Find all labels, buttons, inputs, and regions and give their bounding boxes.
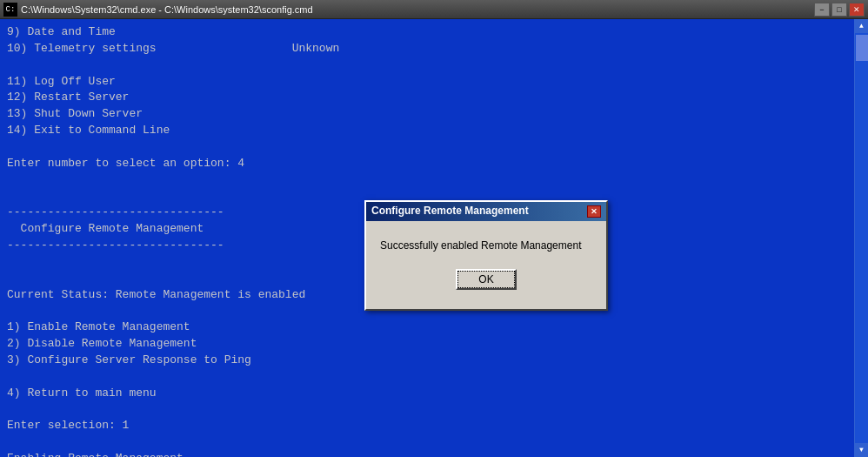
cmd-line: Enter selection: 1 [7,418,845,434]
scroll-up-arrow[interactable]: ▲ [855,19,869,33]
title-bar-left: C: C:\Windows\System32\cmd.exe - C:\Wind… [3,3,313,17]
cmd-line [7,369,845,386]
title-bar-buttons: − □ ✕ [814,3,865,17]
close-button[interactable]: ✕ [849,3,865,17]
cmd-area: 9) Date and Time10) Telemetry settings U… [0,19,868,457]
dialog-close-button[interactable]: ✕ [587,205,601,218]
cmd-line [7,57,845,74]
title-bar-text: C:\Windows\System32\cmd.exe - C:\Windows… [21,4,313,15]
cmd-line: 2) Disable Remote Management [7,336,845,353]
cmd-line [7,172,845,189]
dialog-title-bar: Configure Remote Management ✕ [366,202,606,221]
cmd-line: 10) Telemetry settings Unknown [7,41,845,57]
cmd-line [7,401,845,418]
cmd-line: Enabling Remote Management... [7,451,845,457]
scroll-thumb[interactable] [856,35,868,61]
dialog-footer: OK [380,269,592,299]
cmd-line: 9) Date and Time [7,24,845,41]
dialog-body: Successfully enabled Remote Management O… [366,221,606,309]
title-bar: C: C:\Windows\System32\cmd.exe - C:\Wind… [0,0,868,19]
cmd-icon: C: [3,3,17,17]
cmd-line: 14) Exit to Command Line [7,123,845,139]
cmd-line: Enter number to select an option: 4 [7,156,845,172]
cmd-line: 13) Shut Down Server [7,106,845,123]
cmd-line: 11) Log Off User [7,74,845,91]
dialog-title: Configure Remote Management [371,204,529,218]
maximize-button[interactable]: □ [831,3,847,17]
cmd-line: 4) Return to main menu [7,386,845,402]
cmd-line: 12) Restart Server [7,90,845,106]
dialog-message: Successfully enabled Remote Management [380,239,592,253]
cmd-line [7,139,845,156]
cmd-line [7,434,845,451]
ok-button[interactable]: OK [456,269,517,290]
dialog: Configure Remote Management ✕ Successful… [364,200,608,311]
scroll-down-arrow[interactable]: ▼ [855,443,869,457]
cmd-line: 3) Configure Server Response to Ping [7,353,845,369]
scrollbar[interactable]: ▲ ▼ [854,19,868,457]
minimize-button[interactable]: − [814,3,830,17]
cmd-line: 1) Enable Remote Management [7,319,845,336]
